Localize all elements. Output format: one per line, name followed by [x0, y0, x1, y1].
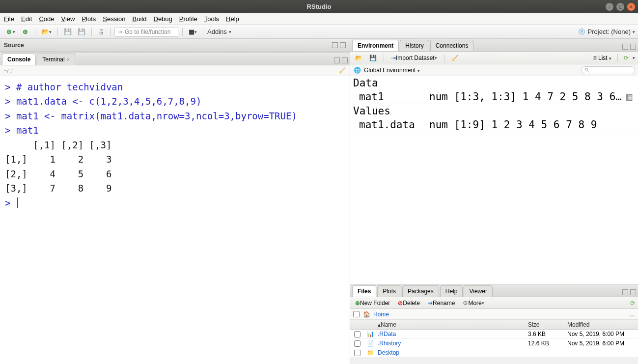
rename-button[interactable]: ➜ Rename	[426, 299, 457, 308]
environment-search-input[interactable]	[581, 66, 635, 74]
tab-terminal[interactable]: Terminal×	[37, 54, 75, 65]
file-row: 📄.Rhistory12.6 KBNov 5, 2019, 6:00 PM	[350, 339, 638, 348]
tab-environment[interactable]: Environment	[352, 40, 399, 51]
file-name-link[interactable]: Desktop	[378, 349, 399, 356]
pane-max-icon[interactable]	[340, 42, 346, 48]
r-project-icon: Ⓡ	[578, 28, 586, 36]
menu-build[interactable]: Build	[133, 15, 147, 23]
menu-profile[interactable]: Profile	[179, 15, 197, 23]
header-size[interactable]: Size	[525, 320, 564, 329]
menu-debug[interactable]: Debug	[154, 15, 172, 23]
delete-button[interactable]: ⊘ Delete	[396, 299, 422, 308]
select-all-checkbox[interactable]	[353, 311, 360, 317]
clear-console-icon[interactable]: 🧹	[339, 67, 346, 74]
save-button[interactable]: 💾	[62, 27, 74, 36]
main-toolbar: ⊕▾ ⊕ 📂▾ 💾 💾 🖨 ➔ Go to file/function ▦▾ A…	[0, 25, 638, 39]
tab-viewer[interactable]: Viewer	[464, 285, 492, 297]
menu-tools[interactable]: Tools	[204, 15, 219, 23]
menu-help[interactable]: Help	[226, 15, 239, 23]
breadcrumb-more-button[interactable]: …	[629, 311, 635, 318]
env-value-row[interactable]: mat1.datanum [1:9] 1 2 3 4 5 6 7 8 9	[350, 118, 638, 132]
goto-file-input[interactable]: ➔ Go to file/function	[114, 27, 178, 37]
file-type-icon: 📄	[364, 339, 375, 348]
files-pane: Files Plots Packages Help Viewer ⊕ New F…	[350, 284, 638, 364]
console-tabs: Console Terminal×	[0, 53, 350, 65]
addins-dropdown[interactable]: Addins ▾	[207, 28, 231, 35]
refresh-button[interactable]: ⟳	[624, 55, 629, 61]
view-data-icon[interactable]: ▦	[626, 91, 635, 103]
pane-min-icon[interactable]	[622, 289, 628, 295]
tab-files[interactable]: Files	[352, 285, 376, 297]
tab-connections[interactable]: Connections	[430, 40, 474, 51]
environment-scope-bar: 🌐 Global Environment ▾	[350, 64, 638, 76]
file-checkbox[interactable]	[354, 340, 361, 347]
new-folder-button[interactable]: ⊕ New Folder	[353, 299, 392, 308]
pane-max-icon[interactable]	[342, 57, 348, 63]
env-data-row[interactable]: mat1num [1:3, 1:3] 1 4 7 2 5 8 3 6…▦	[350, 90, 638, 104]
separator	[110, 28, 111, 36]
goto-icon: ➔	[118, 28, 123, 35]
console-output[interactable]: > # author techvidvan > mat1.data <- c(1…	[0, 76, 350, 364]
pane-max-icon[interactable]	[630, 289, 636, 295]
home-icon[interactable]: 🏠	[362, 310, 370, 318]
close-button[interactable]: ✕	[627, 3, 635, 11]
save-workspace-button[interactable]: 💾	[367, 54, 379, 62]
source-pane-title: Source	[4, 42, 24, 49]
file-checkbox[interactable]	[354, 331, 361, 337]
file-type-icon: 📊	[364, 330, 375, 338]
console-working-dir: ~/	[4, 68, 8, 74]
file-checkbox[interactable]	[354, 350, 361, 356]
menu-session[interactable]: Session	[103, 15, 125, 23]
scope-dropdown[interactable]: Global Environment ▾	[364, 67, 420, 74]
more-button[interactable]: ⚙ More ▾	[461, 299, 486, 308]
tab-help[interactable]: Help	[440, 285, 463, 297]
tab-history[interactable]: History	[400, 40, 429, 51]
scope-icon: 🌐	[353, 66, 361, 74]
menu-edit[interactable]: Edit	[21, 15, 32, 23]
pane-min-icon[interactable]	[622, 44, 628, 50]
new-project-button[interactable]: ⊕	[19, 27, 31, 37]
separator	[182, 28, 183, 36]
import-dataset-button[interactable]: ⇥ Import Dataset ▾	[389, 54, 439, 62]
window-title: RStudio	[307, 3, 332, 10]
console-popout-icon[interactable]: ⤴	[10, 68, 13, 74]
menubar: File Edit Code View Plots Session Build …	[0, 13, 638, 25]
refresh-files-button[interactable]: ⟳	[630, 300, 635, 307]
file-name-link[interactable]: .RData	[378, 331, 396, 337]
environment-pane: Environment History Connections 📂 💾 ⇥ Im…	[350, 39, 638, 284]
header-name[interactable]: ▴ Name	[375, 320, 525, 329]
save-all-button[interactable]: 💾	[76, 27, 87, 36]
file-size	[525, 348, 564, 357]
file-name-link[interactable]: .Rhistory	[378, 340, 401, 347]
minimize-button[interactable]: –	[606, 3, 613, 11]
pane-min-icon[interactable]	[332, 42, 338, 48]
close-icon[interactable]: ×	[67, 56, 70, 62]
files-breadcrumb: 🏠 Home …	[350, 309, 638, 320]
new-file-button[interactable]: ⊕▾	[3, 27, 17, 37]
files-toolbar: ⊕ New Folder ⊘ Delete ➜ Rename ⚙ More ▾ …	[350, 297, 638, 309]
menu-file[interactable]: File	[4, 15, 14, 23]
load-workspace-button[interactable]: 📂	[353, 54, 364, 62]
grid-button[interactable]: ▦▾	[187, 27, 199, 36]
project-dropdown[interactable]: Ⓡ Project: (None) ▾	[578, 28, 635, 36]
clear-workspace-button[interactable]: 🧹	[449, 54, 461, 62]
menu-plots[interactable]: Plots	[82, 15, 96, 23]
environment-toolbar: 📂 💾 ⇥ Import Dataset ▾ 🧹 ≡ List ▾ ⟳▾	[350, 52, 638, 64]
maximize-button[interactable]: ◻	[616, 3, 624, 11]
print-button[interactable]: 🖨	[96, 27, 106, 36]
tab-console[interactable]: Console	[2, 54, 36, 65]
open-file-button[interactable]: 📂▾	[39, 27, 54, 37]
right-column: Environment History Connections 📂 💾 ⇥ Im…	[350, 39, 638, 364]
file-type-icon: 📁	[364, 348, 375, 357]
menu-code[interactable]: Code	[39, 15, 54, 23]
menu-view[interactable]: View	[61, 15, 75, 23]
tab-packages[interactable]: Packages	[402, 285, 439, 297]
tab-plots[interactable]: Plots	[377, 285, 401, 297]
header-modified[interactable]: Modified	[564, 320, 638, 329]
pane-min-icon[interactable]	[334, 57, 340, 63]
files-tabs: Files Plots Packages Help Viewer	[350, 284, 638, 297]
breadcrumb-home[interactable]: Home	[373, 311, 389, 318]
titlebar: RStudio – ◻ ✕	[0, 0, 638, 13]
pane-max-icon[interactable]	[630, 44, 636, 50]
view-mode-dropdown[interactable]: ≡ List ▾	[593, 55, 611, 61]
